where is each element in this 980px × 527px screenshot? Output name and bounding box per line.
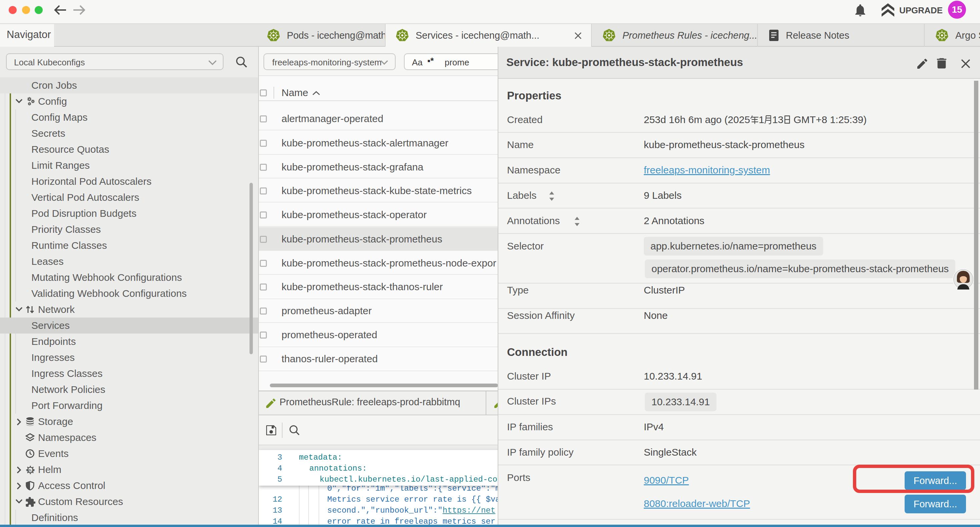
svg-text:HELM: HELM xyxy=(26,469,34,472)
